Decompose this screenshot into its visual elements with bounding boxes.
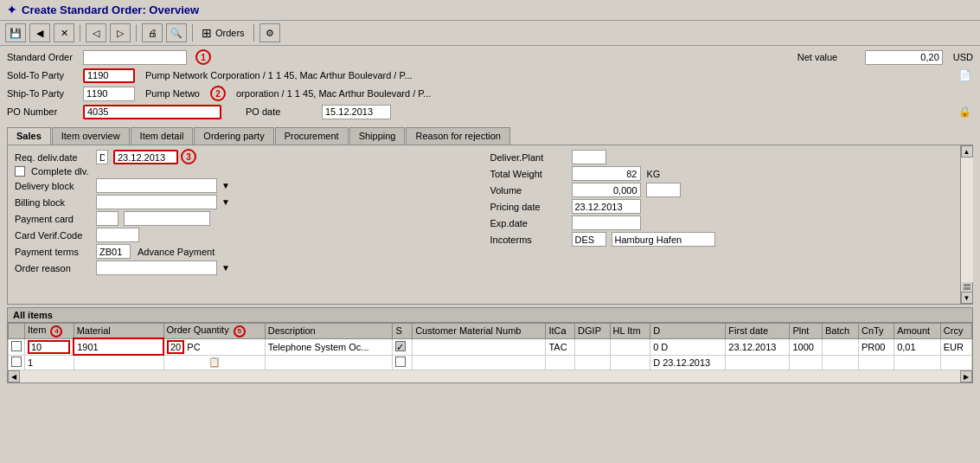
badge-5: 5 [234, 325, 246, 338]
col-order-qty: Order Quantity 5 [163, 324, 265, 339]
col-itca: ItCa [546, 324, 575, 339]
card-verif-code-input[interactable] [96, 228, 139, 242]
next-button[interactable]: ▷ [110, 23, 131, 42]
row2-item-input[interactable] [28, 357, 54, 368]
delivery-block-input[interactable] [96, 178, 217, 193]
col-cnty: CnTy [858, 324, 894, 339]
orders-menu[interactable]: ⊞ Orders [198, 24, 248, 42]
po-date-input[interactable] [322, 105, 391, 119]
payment-card-input1[interactable] [96, 211, 118, 226]
col-first-date: First date [726, 324, 790, 339]
row1-cnty: PR00 [858, 338, 894, 355]
row2-copy-icon[interactable]: 📋 [163, 355, 265, 370]
row1-order-qty[interactable]: 20 PC [163, 338, 265, 355]
title-icon: ✦ [7, 3, 16, 16]
row1-desc: Telephone System Oc... [265, 338, 393, 355]
badge-4: 4 [50, 325, 62, 338]
pricing-date-input[interactable] [572, 199, 641, 214]
ship-to-party-input[interactable] [83, 87, 135, 101]
order-reason-label: Order reason [15, 263, 93, 273]
incoterms-code-input[interactable] [572, 232, 606, 247]
order-reason-input[interactable] [96, 260, 217, 275]
back-button[interactable]: ◀ [29, 23, 50, 42]
volume-input[interactable] [572, 183, 641, 197]
h-scroll-track[interactable] [20, 370, 960, 383]
save-button[interactable]: 💾 [5, 23, 26, 42]
total-weight-label: Total Weight [490, 169, 568, 179]
billing-block-label: Billing block [15, 197, 93, 208]
order-reason-arrow[interactable]: ▼ [221, 263, 230, 273]
req-deliv-date-d-input[interactable] [96, 150, 108, 164]
deliver-plant-label: Deliver.Plant [490, 152, 568, 163]
row2-checkbox[interactable] [9, 355, 25, 370]
tab-ordering-party[interactable]: Ordering party [194, 127, 273, 145]
complete-dlv-checkbox[interactable] [15, 166, 25, 177]
orders-icon: ⊞ [202, 26, 212, 40]
badge-1: 1 [195, 49, 211, 65]
currency-label: USD [953, 52, 973, 62]
po-date-doc-icon[interactable]: 🔒 [956, 104, 973, 119]
payment-terms-input[interactable] [96, 244, 131, 259]
payment-card-label: Payment card [15, 214, 93, 224]
row2-material[interactable] [74, 355, 163, 370]
payment-card-input2[interactable] [124, 211, 210, 226]
row1-dgip [575, 338, 610, 355]
table-row-empty: 📋 D 23.12.2013 [9, 355, 972, 370]
prev-button[interactable]: ◁ [86, 23, 106, 42]
tab-shipping[interactable]: Shipping [349, 127, 406, 145]
h-scroll-left[interactable]: ◀ [8, 370, 20, 383]
standard-order-input[interactable] [83, 50, 187, 65]
tab-scrollbar[interactable]: ▲ ▼ [960, 145, 972, 304]
total-weight-input[interactable] [572, 166, 641, 181]
row2-s[interactable] [393, 355, 413, 370]
total-weight-unit: KG [647, 169, 661, 179]
scroll-up[interactable]: ▲ [961, 145, 973, 158]
sold-to-party-doc-icon[interactable]: 📄 [956, 68, 973, 83]
po-number-input[interactable] [83, 105, 221, 119]
find-button[interactable]: 🔍 [166, 23, 187, 42]
sold-to-party-label: Sold-To Party [7, 70, 76, 80]
sold-to-party-name: Pump Network Corporation / 1 1 45, Mac A… [145, 70, 949, 80]
incoterms-label: Incoterms [490, 235, 568, 245]
items-table-container: Item 4 Material Order Quantity 5 Descrip… [8, 323, 972, 370]
col-batch: Batch [823, 324, 859, 339]
row1-material[interactable]: 1901 [74, 338, 163, 355]
tab-sales[interactable]: Sales [7, 127, 51, 145]
net-value-input[interactable] [865, 50, 943, 65]
h-scroll-right[interactable]: ▶ [960, 370, 972, 383]
config-button[interactable]: ⚙ [259, 23, 280, 42]
volume-unit-input[interactable] [646, 183, 681, 197]
exp-date-input[interactable] [572, 215, 641, 230]
col-s: S [393, 324, 413, 339]
req-deliv-date-input[interactable] [113, 150, 178, 164]
exit-button[interactable]: ✕ [54, 23, 74, 42]
scroll-down[interactable]: ▼ [961, 292, 973, 304]
sold-to-party-input[interactable] [83, 68, 135, 83]
scroll-track[interactable] [961, 158, 973, 282]
row1-checkbox[interactable] [9, 338, 25, 355]
tab-item-detail[interactable]: Item detail [131, 127, 194, 145]
col-amount: Amount [894, 324, 941, 339]
row2-item[interactable] [25, 355, 74, 370]
delivery-block-arrow[interactable]: ▼ [221, 181, 230, 190]
row2-material-input[interactable] [77, 357, 146, 368]
tab-procurement[interactable]: Procurement [275, 127, 349, 145]
row1-s[interactable]: ✓ [393, 338, 413, 355]
billing-block-input[interactable] [96, 195, 217, 209]
col-desc: Description [265, 324, 393, 339]
header-section: Standard Order 1 Net value USD Sold-To P… [0, 46, 980, 124]
tab-reason-rejection[interactable]: Reason for rejection [406, 127, 509, 145]
row1-itca: TAC [546, 338, 575, 355]
incoterms-text-input[interactable] [612, 232, 715, 247]
col-plnt: Plnt [790, 324, 823, 339]
badge-2: 2 [210, 86, 226, 101]
pricing-date-label: Pricing date [490, 202, 568, 212]
billing-block-arrow[interactable]: ▼ [221, 197, 230, 207]
items-h-scrollbar[interactable]: ◀ ▶ [8, 370, 972, 383]
deliver-plant-input[interactable] [572, 150, 606, 164]
col-cust-mat: Customer Material Numb [413, 324, 546, 339]
print-button[interactable]: 🖨 [142, 23, 163, 42]
tab-item-overview[interactable]: Item overview [52, 127, 130, 145]
items-table: Item 4 Material Order Quantity 5 Descrip… [8, 323, 972, 370]
row1-item[interactable]: 10 [25, 338, 74, 355]
